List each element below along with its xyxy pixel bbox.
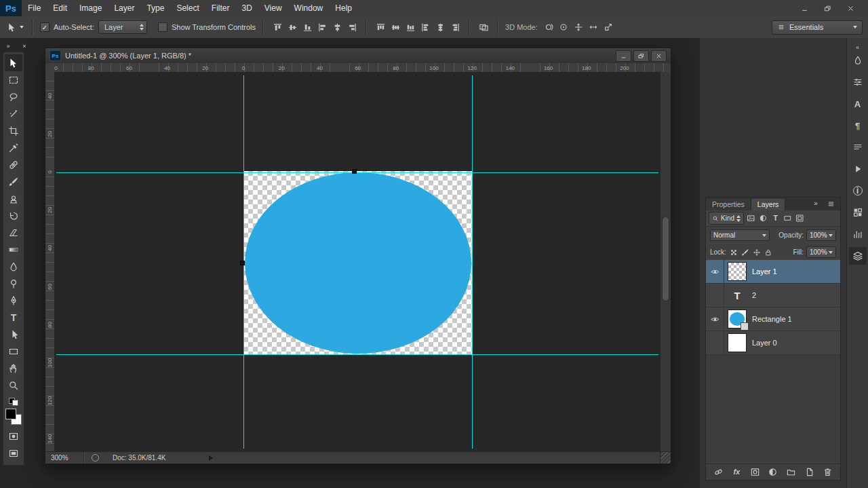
filter-kind-dropdown[interactable]: Kind (709, 212, 744, 225)
anchor-handle-top[interactable] (352, 169, 357, 174)
new-group[interactable] (785, 466, 797, 478)
swatches-panel-button[interactable] (849, 204, 867, 221)
layer-visibility-toggle[interactable] (706, 260, 724, 283)
distribute-vertical-centers[interactable] (389, 20, 402, 34)
lasso-tool[interactable] (5, 88, 22, 105)
window-minimize-button[interactable] (797, 1, 811, 15)
layer-visibility-toggle[interactable] (706, 331, 724, 354)
distribute-horizontal-centers[interactable] (433, 20, 447, 34)
panel-tab-properties[interactable]: Properties (706, 199, 751, 210)
lock-all[interactable] (764, 247, 774, 257)
menu-edit[interactable]: Edit (47, 0, 73, 16)
resize-grip[interactable] (660, 451, 671, 464)
filter-shape-layers[interactable] (782, 212, 793, 224)
layer-row-2[interactable]: T2 (706, 284, 840, 307)
3d-orbit[interactable] (542, 20, 555, 34)
layer-name[interactable]: Rectangle 1 (752, 315, 792, 323)
distribute-top-edges[interactable] (374, 20, 387, 34)
show-transform-checkbox[interactable] (158, 22, 167, 32)
paragraph-panel-button[interactable]: ¶ (849, 117, 867, 134)
default-colors-icon[interactable] (9, 398, 18, 406)
document-maximize-button[interactable] (633, 50, 649, 62)
window-restore-button[interactable] (821, 1, 834, 15)
gradient-tool[interactable] (5, 241, 22, 258)
layer-thumbnail[interactable]: T (728, 286, 747, 305)
screen-mode-button[interactable] (5, 445, 22, 462)
filter-type-layers[interactable]: T (770, 212, 781, 224)
layer-thumbnail[interactable] (728, 309, 747, 329)
color-panel-button[interactable] (849, 52, 867, 69)
ruler-corner[interactable] (45, 63, 55, 73)
layer-thumbnail[interactable] (728, 262, 747, 281)
layer-visibility-toggle[interactable] (706, 307, 724, 331)
layer-row-layer-1[interactable]: Layer 1 (706, 260, 840, 284)
menu-help[interactable]: Help (329, 0, 358, 16)
lock-position[interactable] (752, 247, 762, 257)
zoom-tool[interactable] (5, 377, 22, 394)
clone-stamp-tool[interactable] (5, 190, 22, 207)
3d-scale[interactable] (601, 20, 615, 34)
distribute-bottom-edges[interactable] (403, 20, 417, 34)
document-minimize-button[interactable] (616, 50, 631, 62)
distribute-left-edges[interactable] (418, 20, 432, 34)
scrollbar-thumb[interactable] (662, 217, 669, 301)
fill-select[interactable]: 100% (806, 246, 836, 258)
filter-pixel-layers[interactable] (745, 212, 757, 224)
status-icon[interactable] (92, 454, 99, 462)
panel-menu-button[interactable] (824, 197, 837, 210)
foreground-color-swatch[interactable] (5, 409, 16, 419)
adjustments-panel-button[interactable] (849, 73, 867, 91)
rectangle-tool[interactable] (5, 343, 22, 360)
info-panel-button[interactable]: i (849, 182, 867, 200)
history-brush-tool[interactable] (5, 207, 22, 224)
hand-tool[interactable] (5, 360, 22, 377)
menu-window[interactable]: Window (288, 0, 330, 16)
expand-left-dock-button[interactable]: » (1, 39, 15, 53)
filter-smart-objects[interactable] (794, 212, 806, 224)
document-canvas[interactable] (243, 171, 473, 355)
actions-panel-button[interactable] (849, 160, 867, 178)
guide-horizontal-bottom[interactable] (56, 354, 658, 355)
align-vertical-centers[interactable] (285, 20, 299, 34)
menu-image[interactable]: Image (73, 0, 108, 16)
collapse-panel-group-button[interactable]: » (809, 197, 823, 210)
menu-file[interactable]: File (22, 0, 47, 16)
distribute-right-edges[interactable] (448, 20, 462, 34)
menu-select[interactable]: Select (170, 0, 205, 16)
auto-select-checkbox[interactable]: ✓ (40, 22, 50, 32)
menu-type[interactable]: Type (140, 0, 170, 16)
brush-tool[interactable] (5, 173, 22, 190)
zoom-level-field[interactable]: 300% (45, 454, 81, 462)
layer-thumbnail[interactable] (728, 333, 747, 352)
layer-style[interactable]: fx (731, 466, 743, 478)
eraser-tool[interactable] (5, 224, 22, 241)
layer-visibility-toggle[interactable] (706, 284, 724, 307)
align-top-edges[interactable] (271, 20, 284, 34)
status-arrow-icon[interactable] (209, 455, 213, 461)
filter-adjustment-layers[interactable] (757, 212, 769, 224)
layer-name[interactable]: 2 (752, 291, 756, 299)
document-title-bar[interactable]: Ps Untitled-1 @ 300% (Layer 1, RGB/8) * (45, 48, 671, 64)
link-layers[interactable] (713, 466, 724, 478)
horizontal-ruler[interactable]: 10080604020020406080100120140160180200 (54, 63, 671, 73)
menu-view[interactable]: View (258, 0, 288, 16)
histogram-panel-button[interactable] (849, 225, 867, 243)
document-close-button[interactable] (651, 50, 667, 62)
panel-tab-layers[interactable]: Layers (751, 199, 786, 210)
menu-layer[interactable]: Layer (108, 0, 140, 16)
3d-roll[interactable] (557, 20, 570, 34)
layer-name[interactable]: Layer 1 (752, 267, 777, 276)
align-bottom-edges[interactable] (300, 20, 314, 34)
guide-horizontal-top[interactable] (56, 172, 658, 173)
document-size-readout[interactable]: Doc: 35.0K/81.4K (113, 454, 165, 462)
vertical-ruler[interactable]: 4020020406080100120140 (45, 72, 55, 452)
vertical-scrollbar[interactable] (660, 72, 671, 452)
pen-tool[interactable] (5, 292, 22, 309)
move-tool[interactable] (5, 54, 22, 71)
new-adjustment-layer[interactable] (767, 466, 778, 478)
add-layer-mask[interactable] (749, 466, 761, 478)
3d-pan[interactable] (572, 20, 585, 34)
character-panel-button[interactable]: A (849, 95, 867, 113)
spot-healing-brush-tool[interactable] (5, 156, 22, 173)
new-layer[interactable] (804, 466, 815, 478)
